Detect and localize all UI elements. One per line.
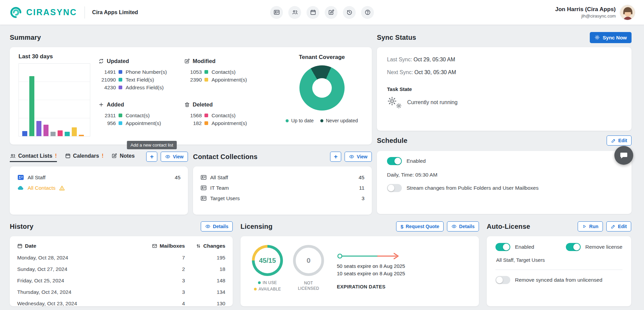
color-square — [204, 121, 208, 125]
stat-item: 1568Contact(s) — [184, 112, 263, 119]
stream-changes-toggle[interactable] — [387, 184, 402, 192]
tab-notes[interactable]: Notes — [111, 151, 134, 162]
chart-bar — [22, 131, 27, 136]
color-square — [119, 86, 122, 89]
legend-dot — [320, 119, 323, 122]
seats-legend: IN USE AVAILABLE — [250, 280, 285, 291]
auto-license-title: Auto-License — [487, 223, 530, 230]
topbar: CIRASYNC Cira Apps Limited — [0, 0, 644, 25]
history-title: History — [10, 223, 33, 230]
refresh-icon — [98, 58, 104, 64]
lists-tabs-row: Contact Lists! Calendars! Notes — [10, 151, 188, 162]
contact-list-item[interactable]: All Contacts — [17, 183, 181, 193]
eye-icon — [451, 224, 457, 229]
edit-icon — [184, 58, 190, 64]
donut-hole — [312, 78, 332, 98]
legend-dot — [286, 119, 289, 122]
users-icon — [10, 153, 16, 159]
sync-status-card: Last Sync:Oct 29, 05:30 AM Next Sync:Oct… — [377, 47, 632, 131]
history-row[interactable]: Friday, Oct 25, 20243148 — [17, 275, 225, 286]
stat-item: 956Appointment(s) — [98, 119, 184, 127]
help-nav-button[interactable] — [361, 6, 374, 19]
dollar-icon: $ — [400, 224, 403, 229]
seats-ring: 45/15 — [252, 245, 283, 276]
color-square — [204, 70, 208, 74]
note-icon — [111, 153, 117, 159]
licensing-details-button[interactable]: Details — [447, 221, 479, 231]
edit-auto-license-button[interactable]: Edit — [606, 221, 631, 231]
schedule-enabled-toggle[interactable] — [387, 157, 402, 165]
warning-icon — [59, 185, 65, 191]
history-row[interactable]: Thursday, Oct 24, 20243134 — [17, 286, 225, 298]
legend-dot — [258, 281, 261, 284]
stream-changes-label: Stream changes from Public Folders and U… — [407, 185, 539, 191]
group-deleted: Deleted 1568Contact(s) 182Appointment(s) — [184, 101, 263, 127]
collection-item[interactable]: Target Users 3 — [200, 193, 364, 204]
auto-license-enabled-toggle[interactable] — [495, 243, 510, 251]
users-nav-button[interactable] — [288, 6, 301, 19]
summary-header: Summary — [10, 29, 372, 45]
licensing-header: Licensing $ Request Quote Details — [240, 221, 479, 232]
history-header: History Details — [10, 221, 233, 232]
chat-bubble-icon — [619, 151, 628, 160]
changes-arrows-icon — [196, 243, 201, 249]
users-icon — [292, 9, 298, 16]
history-icon — [346, 9, 353, 16]
add-contact-list-button[interactable]: + — [146, 152, 157, 162]
auto-license-targets: All Staff, Target Users — [496, 257, 622, 263]
sync-status-title: Sync Status — [377, 34, 416, 41]
history-details-button[interactable]: Details — [201, 221, 233, 231]
eye-icon — [205, 224, 211, 229]
next-sync: Next Sync:Oct 30, 05:30 AM — [387, 69, 621, 75]
schedule-enabled-row: Enabled — [387, 157, 621, 165]
item-count: 11 — [359, 185, 364, 191]
history-row[interactable]: Wednesday, Oct 23, 20244130 — [17, 298, 225, 309]
expiration-lines: 50 seats expire on 8 Aug 2025 10 seats e… — [337, 262, 470, 277]
add-collection-button[interactable]: + — [330, 152, 341, 162]
tab-calendars[interactable]: Calendars! — [65, 151, 104, 162]
remove-synced-toggle[interactable] — [495, 276, 510, 284]
stat-item: 2311Contact(s) — [98, 112, 184, 119]
history-row[interactable]: Monday, Oct 28, 20247195 — [17, 252, 225, 264]
auto-license-card: Enabled Remove license All Staff, Target… — [487, 236, 631, 306]
user-meta: Jon Harris (Cira Apps) jlh@cirasync.com — [555, 6, 616, 19]
color-square — [204, 78, 208, 82]
schedule-enabled-label: Enabled — [407, 158, 426, 164]
last-sync: Last Sync:Oct 29, 05:30 AM — [387, 57, 621, 63]
mail-icon — [152, 243, 157, 249]
calendar-nav-button[interactable] — [307, 6, 319, 19]
contact-list-item[interactable]: All Staff 45 — [17, 172, 181, 183]
sync-now-button[interactable]: Sync Now — [590, 32, 632, 43]
calendar-icon — [310, 9, 316, 16]
tenant-coverage-block: Tenant Coverage Up to date Never updated — [281, 53, 363, 138]
gears-icon — [387, 96, 402, 109]
color-square — [119, 121, 122, 125]
color-square — [119, 78, 122, 82]
collection-item[interactable]: All Staff 45 — [200, 172, 364, 183]
chart-bar — [58, 130, 63, 136]
compose-nav-button[interactable] — [325, 6, 337, 19]
tabs: Contact Lists! Calendars! Notes — [10, 151, 135, 162]
tab-contact-lists[interactable]: Contact Lists! — [10, 151, 57, 162]
topbar-nav — [270, 6, 374, 19]
group-updated: Updated 1491Phone Number(s) 21090Text Fi… — [98, 58, 184, 91]
contact-card-icon — [200, 185, 207, 191]
edit-schedule-button[interactable]: Edit — [607, 135, 632, 146]
history-card: Date Mailboxes Changes Monday, Oct 28, 2… — [10, 236, 233, 306]
remove-license-toggle[interactable] — [566, 243, 581, 251]
color-square — [119, 70, 122, 74]
contacts-nav-button[interactable] — [270, 6, 283, 19]
schedule-daily-text: Daily, Time: 05:30 AM — [387, 172, 621, 178]
run-auto-license-button[interactable]: Run — [578, 221, 603, 231]
history-nav-button[interactable] — [343, 6, 356, 19]
history-row[interactable]: Sunday, Oct 27, 2024218 — [17, 264, 225, 275]
chart-bar — [29, 76, 34, 136]
view-contact-lists-button[interactable]: View — [161, 152, 188, 162]
view-collections-button[interactable]: View — [345, 152, 372, 162]
cirasync-logo[interactable]: CIRASYNC — [9, 5, 77, 20]
avatar[interactable] — [620, 5, 635, 20]
chat-fab-button[interactable] — [614, 146, 633, 165]
request-quote-button[interactable]: $ Request Quote — [396, 221, 444, 231]
pencil-icon — [611, 224, 616, 229]
collection-item[interactable]: IT Team 11 — [200, 183, 364, 193]
